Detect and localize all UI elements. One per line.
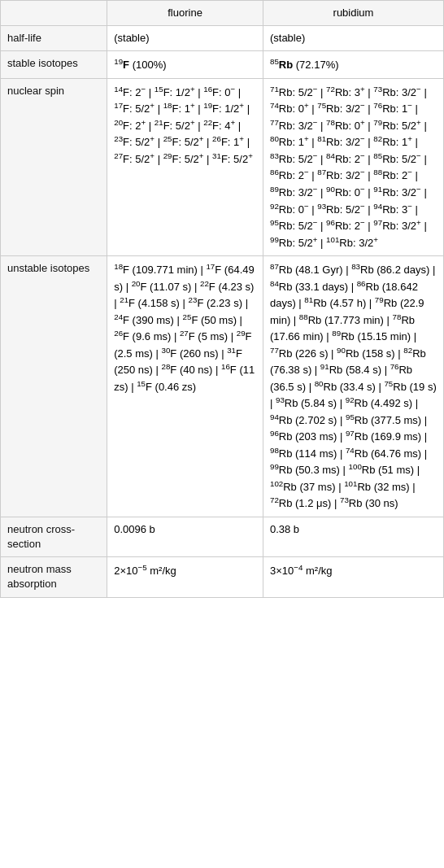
neutron-mass-absorption-rubidium: 3×10−4 m²/kg: [263, 557, 443, 597]
table-row: nuclear spin 14F: 2− | 15F: 1/2+ | 16F: …: [1, 78, 444, 255]
stable-isotopes-fluorine: 19F (100%): [107, 51, 263, 79]
table-row: neutron cross-section 0.0096 b 0.38 b: [1, 517, 444, 556]
neutron-cross-section-fluorine: 0.0096 b: [107, 517, 263, 556]
neutron-mass-absorption-fluorine: 2×10−5 m²/kg: [107, 557, 263, 597]
neutron-mass-absorption-label: neutron mass absorption: [1, 557, 107, 597]
stable-isotopes-label: stable isotopes: [1, 51, 107, 79]
header-empty: [1, 1, 107, 26]
table-row: unstable isotopes 18F (109.771 min) | 17…: [1, 256, 444, 517]
table-row: neutron mass absorption 2×10−5 m²/kg 3×1…: [1, 557, 444, 597]
neutron-cross-section-rubidium: 0.38 b: [263, 517, 443, 556]
stable-isotopes-rubidium: 85Rb (72.17%): [263, 51, 443, 79]
header-fluorine: fluorine: [107, 1, 263, 26]
neutron-cross-section-label: neutron cross-section: [1, 517, 107, 556]
unstable-isotopes-rubidium: 87Rb (48.1 Gyr) | 83Rb (86.2 days) | 84R…: [263, 256, 443, 517]
nuclear-spin-rubidium: 71Rb: 5/2− | 72Rb: 3+ | 73Rb: 3/2− | 74R…: [263, 78, 443, 255]
unstable-isotopes-label: unstable isotopes: [1, 256, 107, 517]
table-row: stable isotopes 19F (100%) 85Rb (72.17%): [1, 51, 444, 79]
table-row: half-life (stable) (stable): [1, 26, 444, 51]
nuclear-spin-fluorine: 14F: 2− | 15F: 1/2+ | 16F: 0− | 17F: 5/2…: [107, 78, 263, 255]
half-life-rubidium: (stable): [263, 26, 443, 51]
half-life-fluorine: (stable): [107, 26, 263, 51]
header-rubidium: rubidium: [263, 1, 443, 26]
nuclear-spin-label: nuclear spin: [1, 78, 107, 255]
half-life-label: half-life: [1, 26, 107, 51]
unstable-isotopes-fluorine: 18F (109.771 min) | 17F (64.49 s) | 20F …: [107, 256, 263, 517]
